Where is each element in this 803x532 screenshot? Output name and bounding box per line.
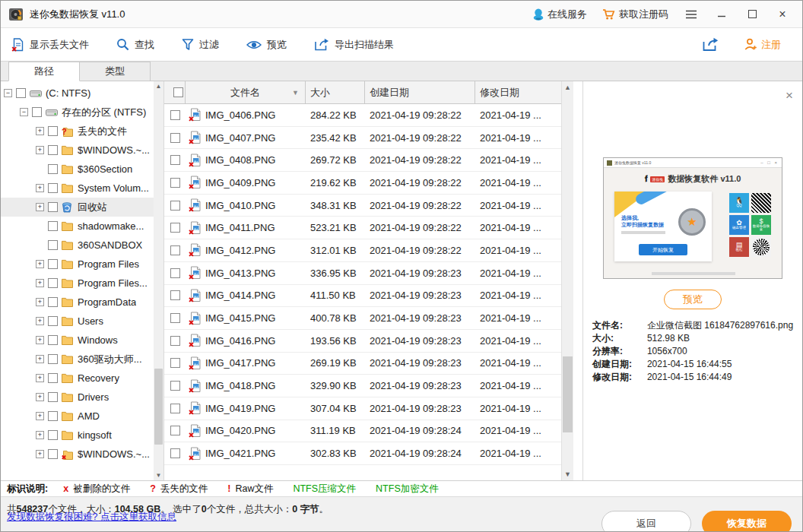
table-row[interactable]: IMG_0407.PNG235.42 KB2021-04-19 09:28:22… [164,127,561,150]
table-row[interactable]: IMG_0414.PNG411.50 KB2021-04-19 09:28:23… [164,285,561,308]
table-row[interactable]: IMG_0412.PNG312.01 KB2021-04-19 09:28:22… [164,239,561,262]
share-icon[interactable] [702,37,719,52]
column-header-3[interactable]: 修改日期 [475,81,561,103]
checkbox[interactable] [48,354,58,364]
collapse-icon[interactable]: − [4,89,12,97]
expand-icon[interactable]: + [36,184,44,192]
table-row[interactable]: IMG_0420.PNG311.19 KB2021-04-19 09:28:24… [164,420,561,443]
checkbox[interactable] [48,392,58,402]
tree-item[interactable]: +Drivers [1,388,154,407]
checkbox[interactable] [48,297,58,307]
expand-icon[interactable]: + [36,450,44,458]
preview-button[interactable]: 预览 [664,290,722,309]
tree-item[interactable]: +360驱动大师... [1,350,154,369]
table-row[interactable]: IMG_0408.PNG269.72 KB2021-04-19 09:28:22… [164,149,561,172]
scroll-up-icon[interactable]: ▲ [562,81,573,93]
table-row[interactable]: IMG_0409.PNG219.62 KB2021-04-19 09:28:22… [164,172,561,195]
table-row[interactable]: IMG_0415.PNG400.78 KB2021-04-19 09:28:23… [164,307,561,330]
checkbox[interactable] [48,430,58,440]
checkbox[interactable] [170,155,180,165]
expand-icon[interactable]: + [36,203,44,211]
column-header-0[interactable]: 文件名▼ [186,81,306,103]
scroll-down-icon[interactable]: ▼ [154,470,163,480]
tree-item[interactable]: shadowmake... [1,217,154,236]
tree-item[interactable]: −(C: NTFS) [1,84,154,103]
table-row[interactable]: IMG_0419.PNG307.04 KB2021-04-19 09:28:23… [164,397,561,420]
checkbox[interactable] [170,426,180,435]
table-row[interactable]: IMG_0410.PNG348.31 KB2021-04-19 09:28:22… [164,195,561,217]
checkbox[interactable] [170,245,180,255]
expand-icon[interactable]: + [36,298,44,306]
sort-arrow-icon[interactable]: ▼ [292,89,299,97]
table-row[interactable]: IMG_0417.PNG269.19 KB2021-04-19 09:28:23… [164,353,561,375]
expand-icon[interactable]: + [36,431,44,439]
tree-item[interactable]: +$WINDOWS.~... [1,445,154,464]
checkbox[interactable] [48,240,58,250]
select-all-checkbox[interactable] [173,87,183,97]
tree-item[interactable]: 360SANDBOX [1,236,154,255]
checkbox[interactable] [170,223,180,233]
table-row[interactable]: IMG_0406.PNG284.22 KB2021-04-19 09:28:22… [164,104,561,127]
checkbox[interactable] [170,178,180,188]
online-service-button[interactable]: 在线服务 [527,5,593,24]
expand-icon[interactable]: + [36,355,44,363]
toolbar-item-search[interactable]: 查找 [116,38,154,52]
expand-icon[interactable]: + [36,127,44,135]
table-row[interactable]: IMG_0411.PNG523.21 KB2021-04-19 09:28:22… [164,217,561,239]
expand-icon[interactable]: + [36,317,44,325]
expand-icon[interactable]: + [36,412,44,420]
checkbox[interactable] [48,221,58,231]
column-header-2[interactable]: 创建日期 [365,81,475,103]
table-row[interactable]: IMG_0416.PNG193.56 KB2021-04-19 09:28:23… [164,330,561,353]
checkbox[interactable] [48,373,58,383]
tree-item[interactable]: +?丢失的文件 [1,122,154,141]
tree-item[interactable]: +kingsoft [1,426,154,445]
table-scrollbar-thumb[interactable] [563,356,573,432]
tree-item[interactable]: +$WINDOWS.~... [1,141,154,160]
table-scrollbar[interactable]: ▲ ▼ [561,81,573,480]
checkbox[interactable] [32,107,42,117]
scroll-up-icon[interactable]: ▲ [154,81,163,91]
back-button[interactable]: 返回 [601,511,691,532]
expand-icon[interactable]: + [36,374,44,382]
tree-item[interactable]: +Windows [1,331,154,350]
tree-item[interactable]: +Program Files [1,255,154,274]
checkbox[interactable] [48,411,58,421]
expand-icon[interactable]: + [36,260,44,268]
maximize-button[interactable] [738,4,766,25]
checkbox[interactable] [48,183,58,193]
checkbox[interactable] [170,290,180,300]
toolbar-item-lost-files[interactable]: 显示丢失文件 [11,38,89,52]
checkbox[interactable] [170,201,180,211]
table-row[interactable]: IMG_0418.PNG329.90 KB2021-04-19 09:28:23… [164,375,561,397]
toolbar-item-export[interactable]: 导出扫描结果 [314,38,394,52]
checkbox[interactable] [48,202,58,212]
tab-type[interactable]: 类型 [79,62,151,81]
checkbox[interactable] [48,126,58,136]
get-registration-code-button[interactable]: 获取注册码 [596,5,674,24]
recover-data-button[interactable]: 恢复数据 [702,511,792,532]
expand-icon[interactable]: + [36,393,44,401]
checkbox[interactable] [48,335,58,345]
help-link[interactable]: 发现数据恢复很困难? 点击这里获取信息 [7,511,176,524]
checkbox[interactable] [48,259,58,269]
checkbox[interactable] [170,448,180,458]
tree-item[interactable]: +Program Files... [1,274,154,293]
tree-item[interactable]: −存在的分区 (NTFS) [1,103,154,122]
tree-item[interactable]: +回收站 [1,198,154,217]
close-button[interactable]: × [769,4,796,25]
table-row[interactable]: IMG_0421.PNG302.83 KB2021-04-19 09:28:24… [164,442,561,465]
tree-item[interactable]: +System Volum... [1,179,154,198]
collapse-icon[interactable]: − [20,108,28,116]
checkbox[interactable] [170,268,180,278]
checkbox[interactable] [48,164,58,174]
checkbox[interactable] [48,145,58,155]
expand-icon[interactable]: + [36,279,44,287]
checkbox[interactable] [48,316,58,326]
tree-item[interactable]: +AMD [1,407,154,426]
checkbox[interactable] [170,404,180,413]
tree-scrollbar[interactable]: ▲ ▼ [154,81,163,480]
scroll-down-icon[interactable]: ▼ [562,468,573,480]
tree-item[interactable]: +Recovery [1,369,154,388]
tree-item[interactable]: +Users [1,312,154,331]
